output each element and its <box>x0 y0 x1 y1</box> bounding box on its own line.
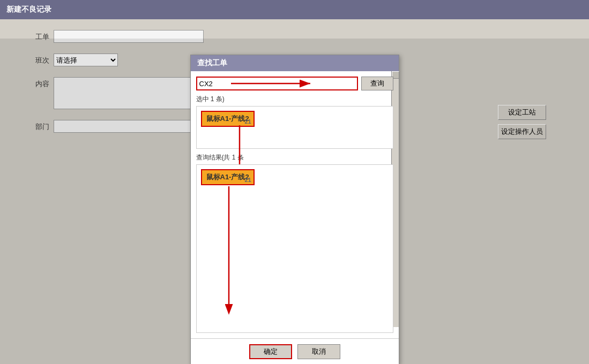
modal-footer: 确定 取消 <box>191 338 399 364</box>
selected-label: 选中 1 条) <box>196 95 393 104</box>
modal-confirm-button[interactable]: 确定 <box>249 344 292 359</box>
search-row: 查询 <box>196 77 393 90</box>
page-title: 新建不良记录 <box>6 5 51 14</box>
selected-area: 鼠标A1-产线2 21 <box>196 106 393 149</box>
main-form: 工单 班次 请选择 内容 部门 设定工站 设定操作人员 确定 取消 查找工单 <box>0 19 589 364</box>
modal-dialog: 查找工单 <box>190 55 399 364</box>
modal-body: 查询 选中 1 条) 鼠标A1-产线2 21 <box>191 71 399 338</box>
modal-title: 查找工单 <box>191 55 399 71</box>
search-input[interactable] <box>196 77 358 90</box>
modal-overlay: 查找工单 <box>0 39 589 364</box>
result-work-card[interactable]: 鼠标A1-产线2 21 <box>201 169 255 185</box>
selected-section: 选中 1 条) 鼠标A1-产线2 21 <box>196 95 393 149</box>
search-button[interactable]: 查询 <box>361 77 393 90</box>
arrow-down-to-confirm <box>218 186 272 320</box>
result-area: 鼠标A1-产线2 21 <box>196 164 393 333</box>
result-label: 查询结果(共 1 条 <box>196 153 393 162</box>
modal-cancel-button[interactable]: 取消 <box>297 344 340 359</box>
title-bar: 新建不良记录 <box>0 0 589 19</box>
selected-work-card[interactable]: 鼠标A1-产线2 21 <box>201 111 255 127</box>
result-section: 查询结果(共 1 条 鼠标A1-产线2 21 <box>196 153 393 333</box>
